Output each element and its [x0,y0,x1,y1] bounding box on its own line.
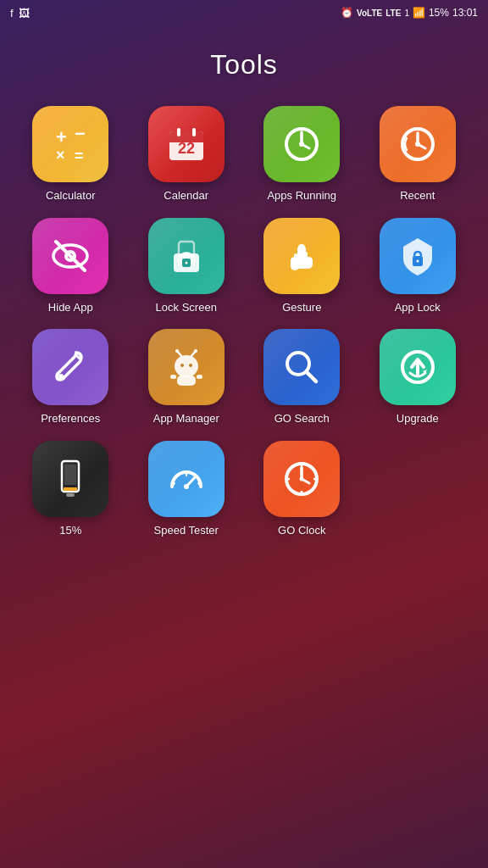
app-lock-icon [380,218,456,294]
recent-label: Recent [400,189,435,203]
page-title: Tools [0,49,488,81]
lock-screen-label: Lock Screen [156,301,217,314]
alarm-icon: ⏰ [341,7,353,19]
facebook-icon: f [10,7,14,19]
time-label: 13:01 [452,7,478,19]
app-item-upgrade[interactable]: Upgrade [364,329,472,426]
apps-running-icon [263,106,340,182]
upgrade-icon [380,329,456,405]
status-left-icons: f 🖼 [10,7,30,19]
preferences-icon [32,329,108,405]
app-item-app-manager[interactable]: App Manager [133,329,241,426]
app-item-hide-app[interactable]: Hide App [17,218,125,314]
calculator-label: Calculator [46,189,96,203]
app-item-go-clock[interactable]: GO Clock [248,441,356,537]
lte-label: LTE [385,8,401,18]
app-item-go-search[interactable]: GO Search [248,329,356,426]
app-item-apps-running[interactable]: Apps Running [248,106,356,203]
signal-icon: 📶 [413,7,425,19]
image-icon: 🖼 [19,7,30,19]
speed-tester-label: Speed Tester [154,524,219,537]
app-item-calendar[interactable]: 22 Calendar [133,106,241,203]
preferences-label: Preferences [41,412,100,426]
app-manager-icon [148,329,225,405]
app-item-speed-tester[interactable]: Speed Tester [133,441,241,537]
lock-screen-icon [148,218,225,294]
go-clock-label: GO Clock [278,524,325,537]
app-item-calculator[interactable]: + − × = Calculator [17,106,125,203]
speed-tester-icon [148,441,225,517]
gesture-icon [263,218,340,294]
app-item-preferences[interactable]: Preferences [17,329,125,426]
apps-running-label: Apps Running [267,189,336,203]
go-search-label: GO Search [274,412,330,426]
app-item-lock-screen[interactable]: Lock Screen [133,218,241,314]
app-item-recent[interactable]: Recent [364,106,472,203]
app-item-app-lock[interactable]: App Lock [364,218,472,314]
hide-app-label: Hide App [48,301,93,314]
go-search-icon [263,329,340,405]
app-item-gesture[interactable]: Gesture [248,218,356,314]
app-manager-label: App Manager [153,412,219,426]
upgrade-label: Upgrade [396,412,439,426]
app-grid: + − × = Calculator 22 Calendar [0,106,488,537]
battery-label: 15% [429,7,449,19]
calculator-icon: + − × = [32,106,108,182]
battery-icon [32,441,108,517]
app-lock-label: App Lock [395,301,441,314]
status-right-icons: ⏰ VoLTE LTE 1 📶 15% 13:01 [341,7,478,19]
sim-label: 1 [404,8,409,18]
status-bar: f 🖼 ⏰ VoLTE LTE 1 📶 15% 13:01 [0,0,488,24]
volte-label: VoLTE [357,8,382,18]
app-item-battery[interactable]: 15% [17,441,125,537]
calendar-icon: 22 [148,106,225,182]
hide-app-icon [32,218,108,294]
battery-label: 15% [59,524,81,537]
gesture-label: Gesture [282,301,321,314]
go-clock-icon [263,441,340,517]
recent-icon [380,106,456,182]
calendar-label: Calendar [164,189,208,203]
